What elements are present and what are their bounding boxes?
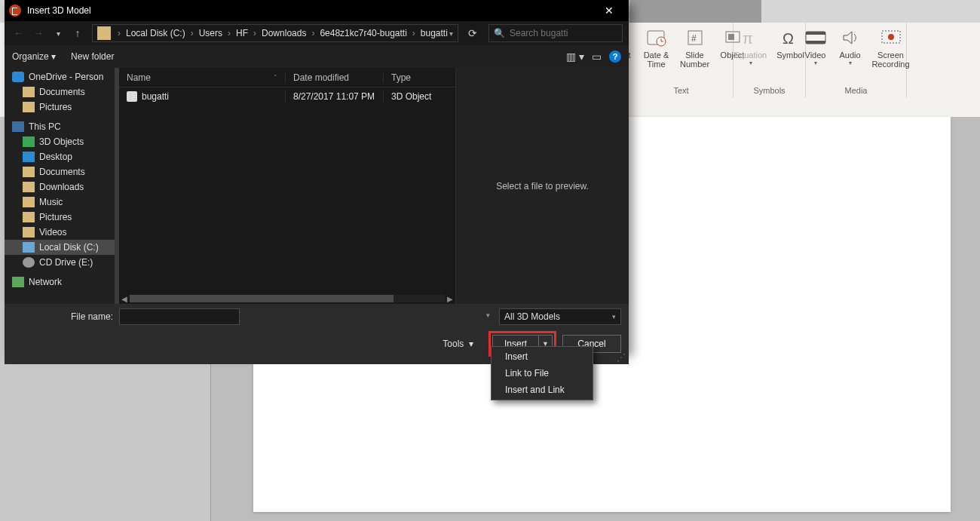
file-name: bugatti: [142, 91, 169, 102]
nav-onedrive-documents[interactable]: Documents: [5, 84, 115, 100]
help-button[interactable]: ?: [609, 51, 621, 63]
file-icon: [127, 91, 137, 102]
ribbon-video[interactable]: Video ▾: [802, 24, 829, 67]
file-type: 3D Object: [383, 91, 455, 102]
ribbon-group-symbols: Symbols: [753, 86, 785, 98]
svg-point-13: [888, 34, 894, 40]
tools-button[interactable]: Tools ▾: [443, 339, 473, 349]
insert-3d-model-dialog: Insert 3D Model ✕ ← → ▾ ↑ › Local Disk (…: [5, 0, 629, 352]
folder-icon: [97, 26, 111, 40]
organize-button[interactable]: Organize ▾: [12, 51, 56, 62]
file-date: 8/27/2017 11:07 PM: [285, 91, 383, 102]
nav-pictures[interactable]: Pictures: [5, 210, 115, 225]
nav-this-pc[interactable]: This PC: [5, 119, 115, 134]
toolbar: Organize ▾ New folder ▥ ▾ ▭ ?: [5, 45, 629, 68]
new-folder-button[interactable]: New folder: [71, 51, 114, 62]
file-list: Name˄ Date modified Type bugatti 8/27/20…: [119, 68, 455, 304]
dialog-title: Insert 3D Model: [27, 5, 91, 16]
svg-rect-10: [806, 32, 825, 35]
ribbon-audio[interactable]: Audio ▾: [837, 24, 864, 67]
ribbon-date-time-label: Date & Time: [642, 51, 671, 69]
preview-message: Select a file to preview.: [496, 181, 589, 192]
menu-insert-and-link[interactable]: Insert and Link: [492, 382, 593, 398]
col-name[interactable]: Name˄: [119, 72, 285, 83]
address-bar[interactable]: › Local Disk (C:) › Users › HF › Downloa…: [92, 24, 458, 42]
search-input[interactable]: [510, 28, 623, 38]
address-dropdown[interactable]: ▾: [449, 29, 453, 38]
file-name-dropdown[interactable]: ▾: [486, 311, 490, 319]
nav-network[interactable]: Network: [5, 274, 115, 290]
nav-cd-drive-e[interactable]: CD Drive (E:): [5, 255, 115, 270]
scroll-thumb[interactable]: [130, 295, 394, 302]
ribbon-video-label: Video: [805, 51, 826, 60]
ribbon-group-text: Text: [673, 86, 688, 98]
nav-row: ← → ▾ ↑ › Local Disk (C:) › Users › HF ›…: [5, 21, 629, 45]
up-button[interactable]: ↑: [69, 25, 86, 41]
recent-locations-button[interactable]: ▾: [50, 25, 66, 41]
nav-local-disk-c[interactable]: Local Disk (C:): [5, 240, 115, 255]
ribbon-screen-recording-label: Screen Recording: [871, 51, 911, 69]
preview-pane: Select a file to preview.: [455, 68, 629, 304]
ribbon-group-media: Media: [845, 86, 868, 98]
close-button[interactable]: ✕: [594, 0, 624, 21]
file-name-label: File name:: [12, 311, 113, 322]
col-type[interactable]: Type: [383, 72, 455, 83]
file-row[interactable]: bugatti 8/27/2017 11:07 PM 3D Object: [119, 87, 455, 106]
column-headers: Name˄ Date modified Type: [119, 68, 455, 87]
ribbon-symbol-label: Symbol: [776, 51, 804, 60]
nav-desktop[interactable]: Desktop: [5, 149, 115, 164]
ribbon-date-time[interactable]: Date & Time: [642, 24, 671, 69]
nav-onedrive[interactable]: OneDrive - Person: [5, 69, 115, 84]
svg-text:Ω: Ω: [782, 30, 794, 47]
svg-rect-11: [806, 41, 825, 44]
refresh-button[interactable]: ⟳: [464, 25, 481, 41]
file-name-input[interactable]: [119, 308, 240, 325]
menu-insert[interactable]: Insert: [492, 348, 593, 365]
ribbon-screen-recording[interactable]: Screen Recording: [871, 24, 911, 69]
nav-videos[interactable]: Videos: [5, 225, 115, 240]
crumb-1[interactable]: Users: [198, 28, 224, 38]
resize-grip[interactable]: ⋰: [617, 352, 626, 363]
ribbon-equation-label: Equation: [734, 51, 767, 60]
ribbon-slide-number-label: Slide Number: [678, 51, 712, 69]
ribbon-slide-number[interactable]: # Slide Number: [678, 24, 712, 69]
view-options-button[interactable]: ▥ ▾: [566, 51, 584, 63]
navigation-pane[interactable]: OneDrive - Person Documents Pictures Thi…: [5, 68, 115, 304]
crumb-2[interactable]: HF: [234, 28, 250, 38]
search-icon: 🔍: [494, 28, 505, 38]
crumb-5[interactable]: bugatti: [419, 28, 449, 38]
col-date[interactable]: Date modified: [285, 72, 383, 83]
forward-button[interactable]: →: [30, 25, 47, 41]
nav-3d-objects[interactable]: 3D Objects: [5, 134, 115, 149]
horizontal-scrollbar[interactable]: ◀ ▶: [119, 293, 455, 304]
nav-music[interactable]: Music: [5, 195, 115, 210]
crumb-4[interactable]: 6e48z1kc7r40-bugatti: [318, 28, 408, 38]
crumb-0[interactable]: Local Disk (C:): [124, 28, 187, 38]
menu-link-to-file[interactable]: Link to File: [492, 365, 593, 382]
file-type-filter[interactable]: All 3D Models▾: [499, 308, 621, 325]
insert-dropdown-menu: Insert Link to File Insert and Link: [491, 346, 593, 400]
nav-documents[interactable]: Documents: [5, 164, 115, 179]
ribbon-symbol[interactable]: Ω Symbol: [776, 24, 806, 60]
nav-onedrive-pictures[interactable]: Pictures: [5, 100, 115, 115]
svg-text:#: #: [691, 33, 697, 44]
ribbon-equation: π Equation ▾: [733, 24, 768, 67]
preview-pane-button[interactable]: ▭: [592, 51, 602, 63]
nav-downloads[interactable]: Downloads: [5, 179, 115, 195]
crumb-3[interactable]: Downloads: [260, 28, 308, 38]
back-button[interactable]: ←: [11, 25, 27, 41]
dialog-titlebar: Insert 3D Model ✕: [5, 0, 629, 21]
search-box[interactable]: 🔍: [488, 24, 623, 42]
powerpoint-icon: [9, 5, 21, 17]
ribbon-audio-label: Audio: [839, 51, 860, 60]
svg-text:π: π: [743, 30, 753, 47]
